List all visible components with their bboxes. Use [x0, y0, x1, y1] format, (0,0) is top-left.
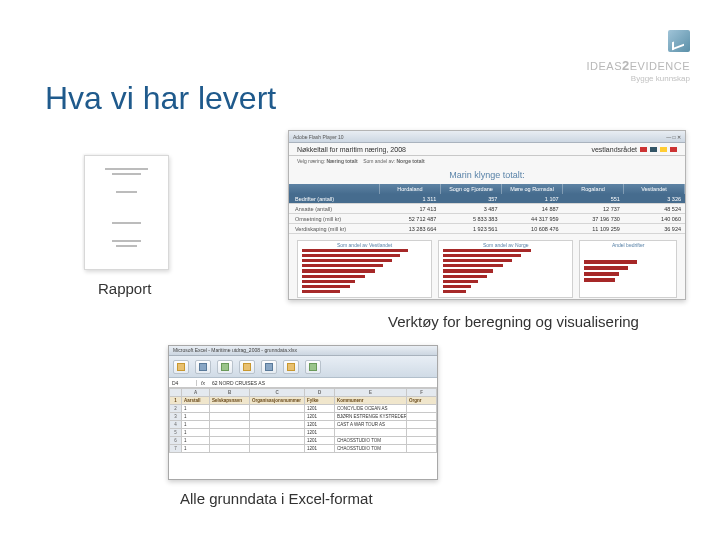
label-excel: Alle grunndata i Excel-format — [180, 490, 373, 507]
table-row: Ansatte (antall)17 4133 48714 88712 7374… — [289, 204, 685, 214]
ribbon-button — [239, 360, 255, 374]
logo-text: IDEAS2EVIDENCE — [587, 58, 691, 73]
table-row: Verdiskaping (mill kr)13 283 6641 923 56… — [289, 224, 685, 234]
tool-titlebar: Adobe Flash Player 10 — □ ✕ — [289, 131, 685, 143]
flag-icon — [660, 147, 667, 152]
tool-charts-area: Som andel av Vestlandet Som andel av Nor… — [289, 234, 685, 302]
flag-icon — [640, 147, 647, 152]
table-row: 311201BJØRN ESTRENGE KYSTREDERI AS — [170, 413, 437, 421]
tool-window-title: Adobe Flash Player 10 — [293, 134, 344, 140]
page-title: Hva vi har levert — [45, 80, 276, 117]
tool-screenshot: Adobe Flash Player 10 — □ ✕ Nøkkeltall f… — [288, 130, 686, 300]
excel-grid: ABCDEF 1AarstallSelskapsnavnOrganisasjon… — [169, 388, 437, 453]
excel-ribbon — [169, 356, 437, 378]
ribbon-button — [173, 360, 189, 374]
table-row: Bedrifter (antall)1 3113571 1075513 326 — [289, 194, 685, 204]
excel-formula-bar: D4 fx 62 NORD CRUISES AS — [169, 378, 437, 388]
table-row: 211201CONCYL/DE OCEAN AS — [170, 405, 437, 413]
tool-table-header: HordalandSogn og FjordaneMøre og Romsdal… — [289, 184, 685, 194]
ribbon-button — [217, 360, 233, 374]
table-row: 1AarstallSelskapsnavnOrganisasjonsnummer… — [170, 397, 437, 405]
table-row: 711201CHAOSSTUDIO TOM — [170, 445, 437, 453]
table-row: 611201CHAOSSTUDIO TOM — [170, 437, 437, 445]
chart-norge: Som andel av Norge — [438, 240, 573, 298]
excel-titlebar: Microsoft Excel - Maritime utdrag_2008 -… — [169, 346, 437, 356]
table-row: 511201 — [170, 429, 437, 437]
logo-mark-icon — [668, 30, 690, 52]
tool-main-title: Marin klynge totalt: — [289, 168, 685, 184]
flag-icon — [670, 147, 677, 152]
table-row: Omsetning (mill kr)52 712 4875 833 38344… — [289, 214, 685, 224]
ribbon-button — [283, 360, 299, 374]
label-tool: Verktøy for beregning og visualisering — [388, 313, 639, 330]
logo-tagline: Bygge kunnskap — [587, 74, 691, 83]
excel-screenshot: Microsoft Excel - Maritime utdrag_2008 -… — [168, 345, 438, 480]
flag-icon — [650, 147, 657, 152]
brand-logo: IDEAS2EVIDENCE Bygge kunnskap — [587, 30, 691, 83]
tool-header-left: Nøkkeltall for maritim næring, 2008 — [297, 146, 406, 153]
label-rapport: Rapport — [98, 280, 151, 297]
report-thumbnail — [84, 155, 169, 270]
tool-subheader: Velg næring: Næring totalt Som andel av:… — [289, 156, 685, 168]
table-row: 411201CAST A WAR TOUR AS — [170, 421, 437, 429]
fx-icon: fx — [197, 380, 209, 386]
ribbon-button — [195, 360, 211, 374]
tool-header-right: vestlandsrådet — [591, 146, 677, 153]
chart-vestlandet: Som andel av Vestlandet — [297, 240, 432, 298]
chart-bedrifter: Andel bedrifter — [579, 240, 677, 298]
window-controls-icon: — □ ✕ — [666, 134, 681, 140]
ribbon-button — [261, 360, 277, 374]
ribbon-button — [305, 360, 321, 374]
